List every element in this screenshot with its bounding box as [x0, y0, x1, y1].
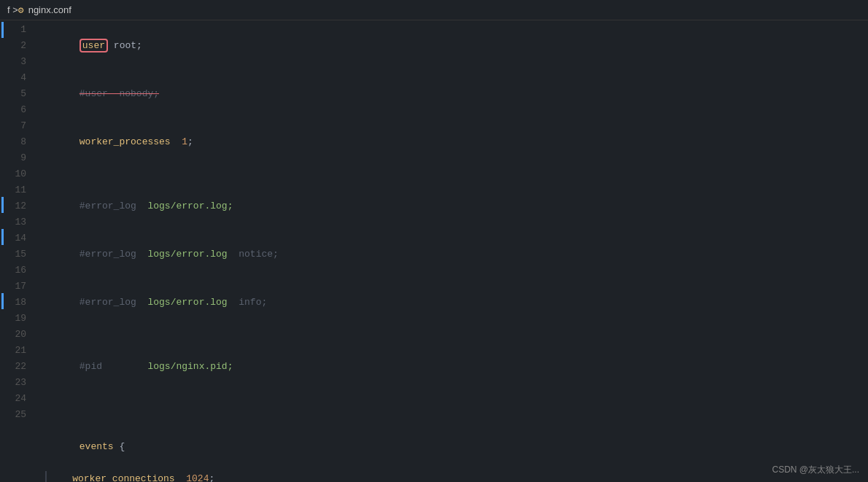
code-line-7: #error_log logs/error.log info; — [45, 279, 868, 327]
ln-11: 11 — [4, 182, 34, 198]
ln-18: 18 — [4, 295, 34, 311]
code-line-8 — [45, 327, 868, 343]
editor-container: 1 2 3 4 5 6 7 8 9 10 11 12 13 14 15 16 1… — [0, 20, 868, 482]
indent-bar-events — [45, 471, 47, 482]
left-gutter — [0, 20, 4, 482]
ln-5: 5 — [4, 86, 34, 102]
ln-2: 2 — [4, 38, 34, 54]
ln-10: 10 — [4, 166, 34, 182]
title-bar: f > ⚙ nginx.conf — [0, 0, 868, 20]
ln-15: 15 — [4, 246, 34, 263]
code-line-9: #pid logs/nginx.pid; — [45, 343, 868, 391]
worker-processes-value — [171, 136, 182, 147]
line-indicator-1 — [1, 22, 4, 38]
gear-icon: ⚙ — [18, 4, 24, 16]
ln-24: 24 — [4, 391, 34, 407]
ln-14: 14 — [4, 230, 34, 246]
ln-22: 22 — [4, 359, 34, 375]
ln-20: 20 — [4, 327, 34, 343]
code-line-5: #error_log logs/error.log; — [45, 182, 868, 230]
worker-processes-keyword: worker_processes — [80, 136, 171, 147]
ln-9: 9 — [4, 150, 34, 166]
code-line-3: worker_processes 1; — [45, 118, 868, 166]
error-log-1: #error_log — [80, 201, 148, 211]
ln-7: 7 — [4, 118, 34, 134]
error-log-path-2: logs/error.log — [147, 249, 227, 260]
user-nobody-comment: #user nobody; — [80, 88, 159, 99]
filename-label: nginx.conf — [28, 4, 71, 15]
events-brace: { — [114, 441, 125, 452]
ln-16: 16 — [4, 263, 34, 279]
code-line-2: #user nobody; — [45, 70, 868, 118]
code-line-4 — [45, 166, 868, 182]
ln-12: 12 — [4, 198, 34, 214]
code-line-10 — [45, 391, 868, 407]
error-log-2: #error_log — [80, 249, 148, 260]
error-log-path-1: logs/error.log; — [147, 201, 233, 211]
ln-19: 19 — [4, 311, 34, 327]
error-log-info: info; — [228, 297, 268, 308]
worker-connections-space — [175, 471, 187, 482]
worker-processes-semi: ; — [187, 136, 193, 147]
worker-processes-number: 1 — [182, 136, 187, 147]
line-indicator-2 — [1, 197, 4, 213]
ln-21: 21 — [4, 343, 34, 359]
ln-6: 6 — [4, 102, 34, 118]
error-log-3: #error_log — [80, 297, 148, 308]
worker-connections-keyword: worker_connections — [72, 471, 174, 482]
code-line-12: events { — [45, 423, 868, 471]
code-line-6: #error_log logs/error.log notice; — [45, 230, 868, 279]
breadcrumb-arrow: f > — [7, 4, 18, 15]
line-indicator-3 — [1, 229, 4, 245]
code-area[interactable]: user root; #user nobody; worker_processe… — [34, 20, 868, 482]
ln-8: 8 — [4, 134, 34, 150]
pid-comment: #pid — [80, 361, 148, 372]
user-root-keyword: user — [80, 39, 108, 53]
events-indent-space — [50, 471, 72, 482]
user-root-value: root; — [108, 40, 142, 51]
watermark: CSDN @灰太狼大王... — [772, 464, 859, 476]
ln-4: 4 — [4, 70, 34, 86]
code-line-1: user root; — [45, 22, 868, 70]
ln-1: 1 — [4, 22, 34, 38]
events-keyword: events — [80, 441, 114, 452]
code-line-13: worker_connections 1024; — [45, 471, 868, 482]
ln-13: 13 — [4, 214, 34, 230]
line-indicator-4 — [1, 293, 4, 309]
ln-17: 17 — [4, 279, 34, 295]
ln-23: 23 — [4, 375, 34, 391]
error-log-path-3: logs/error.log — [147, 297, 227, 308]
worker-connections-semi: ; — [209, 471, 214, 482]
line-numbers: 1 2 3 4 5 6 7 8 9 10 11 12 13 14 15 16 1… — [4, 20, 34, 482]
worker-connections-value: 1024 — [186, 471, 209, 482]
pid-path: logs/nginx.pid; — [147, 361, 233, 372]
ln-25: 25 — [4, 407, 34, 423]
code-line-11 — [45, 407, 868, 423]
ln-3: 3 — [4, 54, 34, 70]
error-log-notice: notice; — [228, 249, 279, 260]
